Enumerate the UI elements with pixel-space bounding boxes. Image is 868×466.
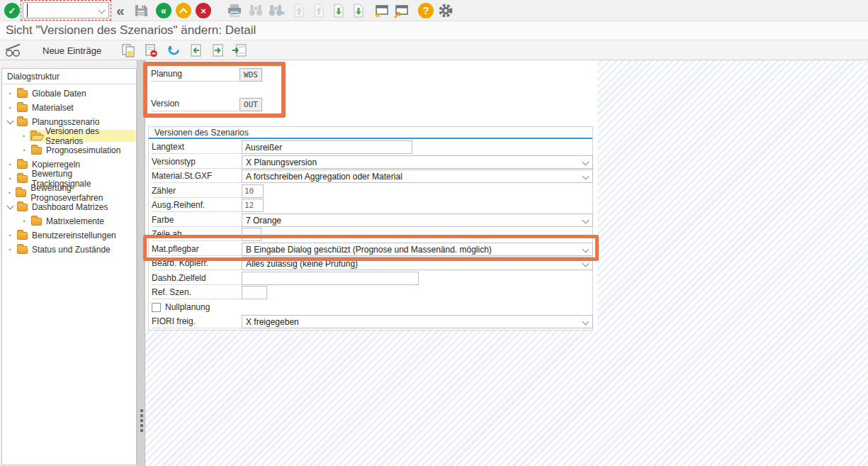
delete-row-icon: [143, 43, 159, 58]
chevron-down-icon[interactable]: [5, 204, 16, 210]
bullet-icon: [5, 172, 16, 184]
delete-button[interactable]: [143, 43, 159, 58]
help-button[interactable]: ?: [418, 2, 434, 19]
next-entry-button[interactable]: [210, 43, 225, 58]
sidebar-item-bewertung-prognoseverfahren[interactable]: Bewertung Prognoseverfahren: [2, 186, 135, 199]
bullet-icon: [19, 130, 29, 142]
zaehler-input[interactable]: [242, 184, 264, 198]
back-circle-button[interactable]: «: [156, 2, 171, 19]
ausg-reihenf-label: Ausg.Reihenf.: [152, 199, 242, 212]
chevron-down-icon: [582, 173, 590, 180]
planung-input[interactable]: [240, 69, 261, 81]
sap-window: ✓ « « ×: [0, 0, 868, 466]
material-st-gxf-label: Material.St.GXF: [152, 170, 242, 183]
bullet-icon: [5, 243, 16, 255]
planung-field: [239, 68, 262, 82]
print-button[interactable]: [227, 2, 242, 19]
back-button[interactable]: «: [116, 2, 125, 19]
next-entry-icon: [210, 43, 225, 58]
zeile-ab-input[interactable]: [242, 228, 261, 241]
sidebar-item-prognosesimulation[interactable]: Prognosesimulation: [2, 143, 135, 157]
folder-icon: [17, 161, 28, 169]
cancel-button[interactable]: ×: [196, 2, 211, 19]
chevron-down-icon: [582, 158, 590, 165]
undo-button[interactable]: [166, 43, 181, 58]
previous-entry-icon: [188, 43, 204, 58]
save-button[interactable]: [133, 2, 149, 19]
bearb-kopierr-select[interactable]: Alles zulässig (keine Prüfung): [242, 257, 593, 270]
first-page-button[interactable]: [292, 2, 306, 19]
sidebar-item-dashboard-matrizes[interactable]: Dashboard Matrizes: [2, 200, 135, 213]
bullet-icon: [19, 144, 30, 156]
splitter-grip-icon[interactable]: [140, 409, 143, 433]
save-icon: [133, 4, 149, 18]
enter-button[interactable]: ✓: [4, 2, 20, 19]
folder-icon: [17, 204, 28, 211]
sidebar-item-materialset[interactable]: Materialset: [2, 101, 135, 114]
command-field: [23, 2, 109, 18]
langtext-input[interactable]: [242, 140, 412, 154]
nullplanung-checkbox[interactable]: [152, 303, 161, 312]
fiori-freig-select[interactable]: X freigegeben: [242, 315, 593, 328]
create-shortcut-button[interactable]: [393, 2, 410, 19]
farbe-select[interactable]: 7 Orange: [242, 213, 593, 227]
sidebar-item-versionen-des-szenarios[interactable]: Versionen des Szenarios: [2, 129, 135, 143]
planung-label: Planung: [151, 69, 239, 82]
sidebar-item-benutzereinstellungen[interactable]: Benutzereinstellungen: [2, 228, 135, 242]
chevron-down-icon[interactable]: [5, 118, 16, 125]
application-toolbar: Neue Einträge: [0, 40, 868, 60]
version-input[interactable]: [240, 99, 261, 111]
main-toolbar: ✓ « « ×: [0, 0, 868, 21]
chevron-down-icon[interactable]: [98, 7, 106, 14]
folder-icon: [17, 246, 28, 254]
command-input[interactable]: [27, 4, 98, 17]
folder-icon: [31, 147, 42, 155]
versionen-group-box: Versionen des Szenarios Langtext Version…: [148, 126, 593, 331]
folder-icon: [17, 118, 28, 126]
undo-icon: [166, 43, 181, 58]
sidebar-item-matrixelemente[interactable]: Matrixelemente: [2, 214, 135, 228]
page-up-button[interactable]: [312, 2, 326, 19]
folder-icon: [31, 218, 42, 226]
chevron-down-icon: [582, 318, 590, 326]
last-page-icon: [351, 4, 366, 18]
display-change-button[interactable]: [4, 43, 22, 58]
new-entries-button[interactable]: Neue Einträge: [34, 43, 110, 58]
sidebar-item-status-und-zustaende[interactable]: Status und Zustände: [2, 243, 135, 256]
ref-szen-input[interactable]: [242, 286, 267, 299]
dashb-zielfeld-label: Dashb.Zielfeld: [152, 272, 242, 285]
work-area: Dialogstruktur Globale Daten Materialset…: [0, 60, 868, 466]
print-icon: [227, 4, 242, 18]
exit-icon: [176, 3, 191, 18]
copy-as-button[interactable]: [120, 43, 136, 58]
zaehler-label: Zähler: [152, 184, 242, 198]
find-button[interactable]: [248, 2, 264, 19]
panel-splitter[interactable]: [137, 60, 145, 466]
material-st-gxf-select[interactable]: A fortschreiben Aggregation oder Materia…: [242, 170, 593, 183]
new-session-button[interactable]: ★: [373, 2, 390, 19]
enter-check-icon: ✓: [4, 3, 20, 18]
folder-icon: [17, 104, 28, 112]
position-button[interactable]: [231, 43, 248, 58]
chevron-down-icon: [582, 245, 590, 253]
help-icon: ?: [418, 3, 434, 18]
ausg-reihenf-input[interactable]: [242, 199, 264, 212]
first-page-icon: [292, 4, 306, 18]
last-page-button[interactable]: [351, 2, 366, 19]
folder-icon: [17, 232, 28, 240]
nullplanung-label: Nullplanung: [165, 302, 210, 312]
page-down-button[interactable]: [332, 2, 346, 19]
group-title: Versionen des Szenarios: [149, 127, 592, 139]
find-next-icon: [268, 4, 285, 18]
versionstyp-select[interactable]: X Planungsversion: [242, 155, 593, 169]
sidebar-item-globale-daten[interactable]: Globale Daten: [2, 87, 135, 100]
title-bar: Sicht "Versionen des Szenarios" ändern: …: [0, 21, 868, 40]
previous-entry-button[interactable]: [188, 43, 204, 58]
dashb-zielfeld-input[interactable]: [242, 272, 419, 285]
find-next-button[interactable]: [268, 2, 285, 19]
mat-pflegbar-label: Mat.pflegbar: [152, 243, 242, 256]
mat-pflegbar-select[interactable]: B Eingabe Dialog geschützt (Prognose und…: [242, 243, 593, 256]
customize-layout-button[interactable]: [438, 2, 453, 19]
exit-button[interactable]: [176, 2, 191, 19]
open-folder-icon: [30, 133, 41, 140]
